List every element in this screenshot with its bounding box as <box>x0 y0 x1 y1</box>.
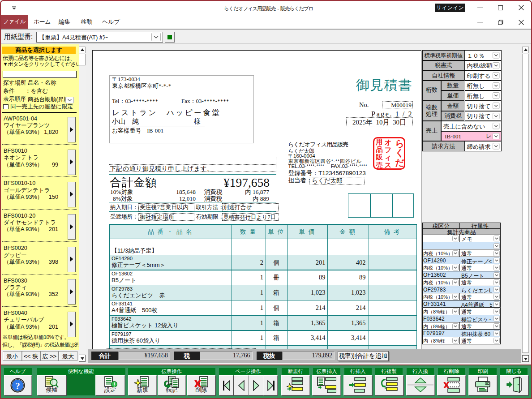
svg-text:?: ? <box>15 381 20 391</box>
